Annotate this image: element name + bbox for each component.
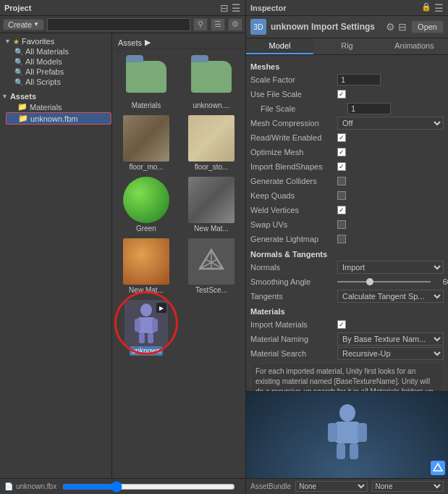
svg-point-12	[339, 404, 355, 422]
swap-uvs-checkbox[interactable]	[337, 220, 346, 229]
list-item[interactable]: floor_mo...	[115, 114, 177, 172]
asset-label: Green	[136, 225, 156, 233]
prop-file-scale: File Scale	[250, 102, 444, 115]
normals-section-header: Normals & Tangents	[250, 250, 444, 259]
material-search-select[interactable]: Recursive-Up	[337, 347, 444, 360]
sidebar-item-materials[interactable]: 📁 Materials	[6, 101, 111, 112]
open-button[interactable]: Open	[411, 20, 444, 33]
weld-vertices-checkbox[interactable]	[337, 206, 346, 214]
create-button[interactable]: Create ▼	[3, 19, 44, 30]
normals-select[interactable]: Import	[337, 261, 444, 274]
lock-icon[interactable]: 🔒	[421, 2, 431, 14]
tab-animations[interactable]: Animations	[381, 38, 448, 54]
sidebar-item-unknown-fbm[interactable]: 📁 unknown.fbm	[6, 112, 111, 125]
magnifier-icon-3: 🔍	[14, 68, 23, 76]
scale-factor-input[interactable]	[337, 74, 381, 85]
folder-icon-unknown: 📁	[18, 114, 28, 123]
svg-rect-17	[350, 443, 358, 459]
import-materials-checkbox[interactable]	[337, 320, 346, 329]
sidebar-item-all-prefabs[interactable]: 🔍 All Prefabs	[3, 67, 109, 77]
material-naming-select[interactable]: By Base Texture Nam...	[337, 332, 444, 346]
sidebar-item-all-scripts[interactable]: 🔍 All Scripts	[3, 77, 109, 87]
search-input[interactable]	[47, 18, 190, 31]
fbx-icon: 📄	[4, 482, 13, 490]
prop-label: Swap UVs	[250, 220, 337, 229]
asset-label: New Mat...	[129, 286, 164, 294]
gear-icon[interactable]: ⚙	[386, 21, 395, 33]
list-item[interactable]: New Mat...	[115, 237, 177, 296]
search-icon-btn[interactable]: ⚲	[193, 18, 208, 31]
list-item[interactable]: unknown....	[180, 52, 242, 111]
sidebar-item-label: All Scripts	[25, 78, 61, 86]
prop-label: Use File Scale	[250, 90, 337, 99]
project-panel: Project ⊟ ☰ Create ▼ ⚲ ☰ ⚙ ▼ ★	[0, 0, 246, 494]
svg-rect-16	[337, 443, 345, 459]
description-text: For each imported material, Unity first …	[255, 367, 434, 391]
assets-arrow: ▼	[1, 93, 8, 100]
svg-rect-9	[148, 333, 153, 343]
favorites-header[interactable]: ▼ ★ Favorites	[3, 36, 109, 46]
prop-label: Import BlendShapes	[250, 162, 337, 171]
list-item[interactable]: Materials	[115, 52, 177, 111]
optimize-mesh-checkbox[interactable]	[337, 148, 346, 156]
keep-quads-checkbox[interactable]	[337, 191, 346, 200]
list-item[interactable]: Green	[115, 175, 177, 234]
prop-smoothing-angle: Smoothing Angle 60	[250, 275, 444, 288]
smoothing-slider-row: 60	[337, 277, 448, 286]
import-blend-checkbox[interactable]	[337, 162, 346, 171]
prop-label: Smoothing Angle	[250, 277, 337, 286]
tab-rig[interactable]: Rig	[313, 38, 381, 54]
asset-bundle-select-2[interactable]: None	[372, 481, 444, 492]
file-scale-input[interactable]	[347, 103, 391, 114]
prop-label: Tangents	[250, 292, 337, 301]
folder-icon-materials: 📁	[17, 102, 28, 112]
assets-grid-label: Assets	[118, 38, 142, 47]
project-title: Project	[4, 4, 31, 12]
fbx-filename: unknown.fbx	[16, 482, 56, 490]
asset-thumb-floors	[188, 115, 234, 162]
asset-thumb-newmat2	[123, 238, 169, 285]
asset-thumb-unknown-model: ▶	[123, 300, 169, 346]
import-model-icon: 3D	[250, 19, 266, 35]
magnifier-icon-4: 🔍	[14, 78, 23, 86]
svg-marker-18	[434, 464, 442, 471]
asset-label: Materials	[132, 101, 161, 109]
inspector-menu-icon[interactable]: ☰	[434, 2, 444, 14]
material-description: For each imported material, Unity first …	[250, 363, 444, 391]
smoothing-angle-slider[interactable]	[337, 281, 431, 282]
assets-header[interactable]: ▼ Assets	[0, 91, 111, 101]
generate-lightmap-checkbox[interactable]	[337, 235, 346, 243]
list-item[interactable]: floor_sto...	[180, 114, 242, 172]
generate-colliders-checkbox[interactable]	[337, 177, 346, 185]
panel-icon[interactable]: ⊟	[398, 21, 407, 33]
list-item-unknown-selected[interactable]: ▶ unknown	[115, 298, 177, 357]
use-file-scale-checkbox[interactable]	[337, 90, 346, 99]
read-write-checkbox[interactable]	[337, 133, 346, 142]
preview-gradient	[246, 392, 448, 478]
filter-btn[interactable]: ☰	[211, 18, 225, 31]
svg-point-4	[140, 303, 152, 317]
panel-icon-1: ⊟	[220, 2, 229, 14]
list-item[interactable]: New Mat...	[180, 175, 242, 234]
project-toolbar: Create ▼ ⚲ ☰ ⚙	[0, 16, 245, 33]
tab-model[interactable]: Model	[246, 38, 313, 54]
svg-rect-13	[335, 422, 360, 443]
svg-rect-14	[328, 423, 337, 442]
import-settings-title: unknown Import Settings	[271, 22, 381, 32]
asset-thumb-testscene	[188, 238, 234, 285]
prop-material-search: Material Search Recursive-Up	[250, 347, 444, 360]
asset-bundle-select-1[interactable]: None	[295, 481, 367, 492]
zoom-slider[interactable]	[62, 481, 235, 493]
settings-btn[interactable]: ⚙	[228, 18, 242, 31]
create-dropdown-arrow: ▼	[33, 21, 39, 28]
assets-grid: Materials unknown.... floor_mo...	[115, 52, 242, 357]
mesh-compression-select[interactable]: Off	[337, 117, 444, 130]
sidebar-item-label: All Prefabs	[25, 67, 64, 76]
tangents-select[interactable]: Calculate Tangent Sp...	[337, 290, 444, 303]
list-item[interactable]: TestSce...	[180, 237, 242, 296]
asset-label: unknown....	[193, 101, 229, 109]
svg-rect-7	[152, 319, 158, 332]
sidebar-item-all-materials[interactable]: 🔍 All Materials	[3, 46, 109, 56]
sidebar-item-all-models[interactable]: 🔍 All Models	[3, 56, 109, 67]
project-panel-header: Project ⊟ ☰	[0, 0, 245, 16]
